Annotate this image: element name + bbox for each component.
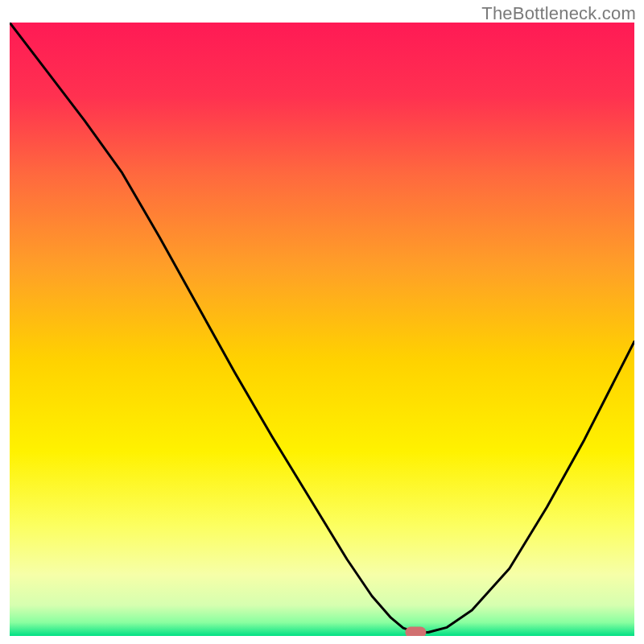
- bottleneck-chart: [10, 23, 634, 636]
- optimum-marker: [405, 626, 426, 636]
- watermark-text: TheBottleneck.com: [481, 3, 636, 24]
- heatmap-background: [10, 23, 634, 636]
